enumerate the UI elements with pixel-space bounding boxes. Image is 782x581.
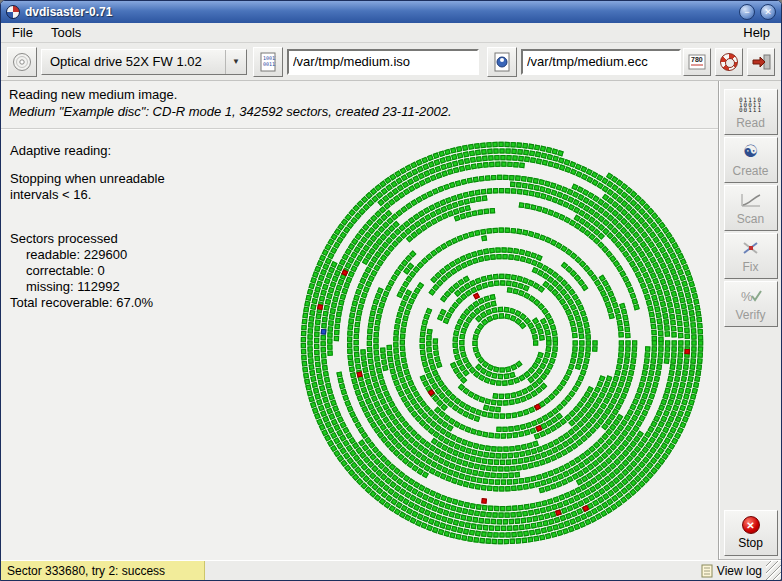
- read-button-label: Read: [736, 116, 765, 130]
- statusbar: Sector 333680, try 2: success View log: [1, 560, 781, 580]
- optical-disc-icon: [12, 52, 32, 72]
- drive-select[interactable]: Optical drive 52X FW 1.02 ▼: [41, 49, 247, 75]
- exit-door-icon: [751, 54, 771, 70]
- toolbar: Optical drive 52X FW 1.02 ▼ 10011 00111: [1, 43, 781, 81]
- fix-button[interactable]: Fix: [724, 233, 778, 279]
- image-file-icon: 10011 00111: [260, 52, 276, 72]
- window-title: dvdisaster-0.71: [25, 5, 112, 19]
- missing-value: 112992: [77, 279, 119, 294]
- tools-icon: [741, 238, 761, 258]
- stopping-line-1: Stopping when unreadable: [10, 171, 165, 187]
- menu-tools[interactable]: Tools: [42, 24, 90, 41]
- reading-info-panel: Adaptive reading: Stopping when unreadab…: [10, 143, 165, 311]
- stopping-line-2: intervals < 16.: [10, 187, 165, 203]
- svg-text:780: 780: [691, 56, 703, 63]
- read-button[interactable]: 01110 10011 00111 Read: [724, 89, 778, 135]
- yinyang-icon: ☯: [743, 142, 758, 162]
- menu-help[interactable]: Help: [734, 24, 779, 41]
- minimize-button[interactable]: −: [739, 4, 755, 20]
- stop-button-label: Stop: [738, 536, 763, 550]
- status-message: Sector 333680, try 2: success: [1, 561, 205, 580]
- scan-curve-icon: [740, 190, 762, 210]
- titlebar[interactable]: dvdisaster-0.71 − ✕: [1, 1, 781, 23]
- adaptive-reading-title: Adaptive reading:: [10, 143, 165, 159]
- total-recoverable-label: Total recoverable:: [10, 295, 113, 310]
- main-content: Reading new medium image. Medium "Exampl…: [1, 81, 719, 560]
- image-file-button[interactable]: 10011 00111: [253, 47, 283, 77]
- readable-label: readable:: [26, 247, 80, 262]
- correctable-row: correctable: 0: [10, 263, 165, 279]
- close-button[interactable]: ✕: [760, 4, 776, 20]
- lifesaver-icon: [720, 53, 738, 71]
- middle-row: Reading new medium image. Medium "Exampl…: [1, 81, 781, 560]
- drive-select-value: Optical drive 52X FW 1.02: [50, 54, 225, 69]
- verify-button[interactable]: % Verify: [724, 281, 778, 327]
- correctable-label: correctable:: [26, 263, 94, 278]
- status-line-1: Reading new medium image.: [9, 86, 710, 103]
- app-window: dvdisaster-0.71 − ✕ File Tools Help Opti…: [0, 0, 782, 581]
- verify-button-label: Verify: [735, 308, 765, 322]
- sectors-heading: Sectors processed: [10, 231, 165, 247]
- svg-text:%: %: [741, 289, 753, 304]
- status-head: Reading new medium image. Medium "Exampl…: [1, 81, 718, 129]
- total-recoverable-row: Total recoverable: 67.0%: [10, 295, 165, 311]
- ecc-file-button[interactable]: [487, 47, 517, 77]
- create-button-label: Create: [732, 164, 768, 178]
- svg-text:00111: 00111: [263, 61, 276, 67]
- readable-value: 229600: [84, 247, 127, 262]
- fix-button-label: Fix: [743, 260, 759, 274]
- image-path-input[interactable]: [287, 49, 479, 75]
- readable-row: readable: 229600: [10, 247, 165, 263]
- stop-icon: ✕: [742, 516, 760, 534]
- create-button[interactable]: ☯ Create: [724, 137, 778, 183]
- scan-button-label: Scan: [737, 212, 764, 226]
- checkmark-percent-icon: %: [740, 286, 762, 306]
- ecc-file-icon: [494, 52, 510, 72]
- scan-button[interactable]: Scan: [724, 185, 778, 231]
- binary-icon: 01110 10011 00111: [739, 94, 762, 114]
- log-icon: [701, 564, 713, 578]
- disc-canvas: [290, 123, 714, 560]
- drive-button[interactable]: [7, 47, 37, 77]
- menu-file[interactable]: File: [3, 24, 42, 41]
- stop-button[interactable]: ✕ Stop: [724, 510, 778, 556]
- menubar: File Tools Help: [1, 23, 781, 43]
- sidebar: 01110 10011 00111 Read ☯ Create: [719, 81, 781, 560]
- preferences-button[interactable]: 780: [683, 48, 711, 76]
- app-icon: [6, 5, 20, 19]
- status-line-2: Medium "Example disc": CD-R mode 1, 3425…: [9, 103, 710, 120]
- quit-button[interactable]: [747, 48, 775, 76]
- toolbar-right-group: 780: [683, 48, 775, 76]
- missing-label: missing:: [26, 279, 74, 294]
- view-log-label: View log: [717, 564, 762, 578]
- missing-row: missing: 112992: [10, 279, 165, 295]
- help-button[interactable]: [715, 48, 743, 76]
- total-recoverable-value: 67.0%: [116, 295, 153, 310]
- view-log-button[interactable]: View log: [701, 564, 766, 578]
- digits-table-icon: 780: [688, 53, 706, 71]
- chevron-down-icon: ▼: [225, 50, 246, 74]
- ecc-path-input[interactable]: [521, 49, 681, 75]
- resize-grip[interactable]: [766, 561, 781, 580]
- correctable-value: 0: [98, 263, 105, 278]
